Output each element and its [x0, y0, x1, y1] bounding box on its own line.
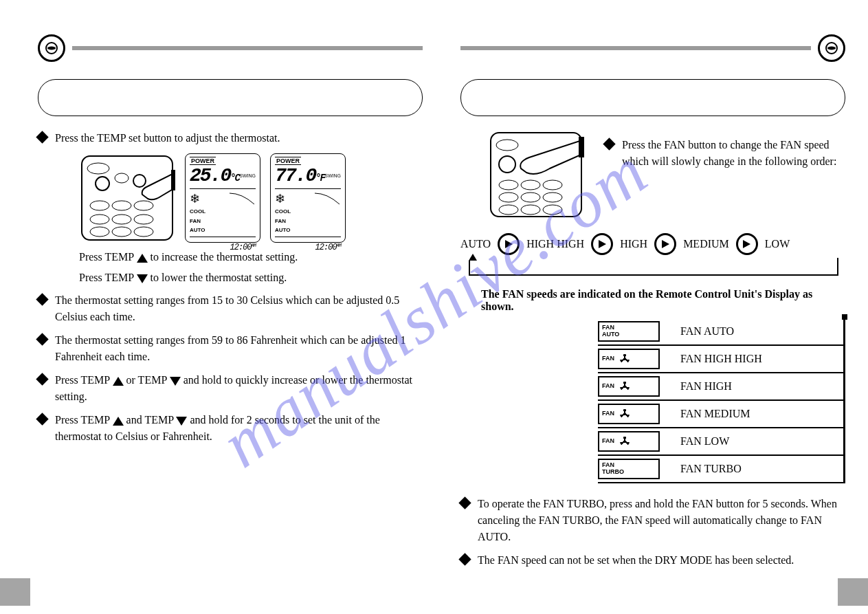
diamond-icon [458, 496, 471, 509]
svg-point-5 [115, 173, 129, 183]
temp-decrease-line: Press TEMP to lower the thermostat setti… [79, 272, 423, 284]
svg-point-30 [543, 205, 562, 215]
lcd-clock: 12:00 [315, 243, 337, 252]
triangle-up-icon [113, 377, 124, 386]
lcd-fan: FAN [190, 218, 201, 224]
triangle-down-icon [170, 377, 181, 386]
table-row: FAN FAN HIGH [598, 373, 843, 401]
fan-label: FAN HIGH [680, 380, 732, 393]
arrow-right-icon [498, 233, 520, 255]
page-header-left [38, 34, 423, 62]
bullet-fan-turbo: To operate the FAN TURBO, press and hold… [460, 496, 845, 545]
flow-loop [469, 261, 838, 276]
lcd-fan: FAN [275, 218, 286, 224]
diamond-icon [36, 293, 48, 305]
section-title-box [460, 79, 845, 116]
page-tab-right [838, 578, 868, 606]
text: and TEMP [124, 414, 177, 426]
svg-point-7 [90, 201, 109, 210]
svg-point-18 [827, 47, 836, 50]
table-end-marker [842, 314, 847, 320]
text: Press TEMP [55, 374, 113, 386]
triangle-down-icon [176, 417, 187, 426]
page-left: Press the TEMP set button to adjust the … [38, 34, 423, 452]
lcd-mode: COOL [190, 208, 205, 215]
table-row: FANAUTO FAN AUTO [598, 318, 843, 346]
lcd-power: POWER [275, 157, 301, 165]
lcd-auto: AUTO [275, 227, 291, 233]
bullet-dry-mode: The FAN speed can not be set when the DR… [460, 552, 845, 569]
table-row: FAN FAN HIGH HIGH [598, 346, 843, 373]
lcd-swing: SWING [239, 173, 256, 178]
fan-chip: FAN [598, 431, 660, 452]
fan-chip: FAN [598, 349, 660, 369]
triangle-up-icon [113, 417, 124, 426]
diamond-icon [458, 553, 471, 565]
text: The thermostat setting ranges from 15 to… [55, 292, 423, 325]
temp-increase-line: Press TEMP to increase the thermostat se… [79, 251, 423, 263]
svg-rect-16 [171, 170, 175, 190]
text: Press TEMP or TEMP and hold to quickly i… [55, 372, 423, 405]
svg-point-22 [499, 180, 518, 190]
svg-point-26 [521, 193, 540, 202]
header-logo-icon [818, 34, 845, 62]
fan-blade-icon [620, 382, 630, 391]
text: The thermostat setting ranges from 59 to… [55, 332, 423, 365]
bullet-celsius-range: The thermostat setting ranges from 15 to… [38, 292, 423, 325]
lcd-ampm: AM [337, 243, 341, 248]
snowflake-icon: ❄ [190, 193, 200, 205]
svg-point-11 [112, 215, 131, 224]
remote-illustration [488, 130, 584, 219]
text: To operate the FAN TURBO, press and hold… [478, 496, 845, 545]
arrow-right-icon [591, 233, 613, 255]
table-row: FANTURBO FAN TURBO [598, 456, 843, 483]
lcd-celsius: POWER 25.0°CSWING ❄ COOL FAN AUTO 12:00A… [185, 153, 260, 243]
svg-point-24 [543, 180, 562, 190]
lcd-unit: °F [315, 173, 324, 184]
chip-text: FAN [602, 438, 614, 445]
svg-point-20 [496, 140, 518, 151]
chip-text: FAN [602, 355, 614, 362]
text: Press TEMP [79, 272, 134, 283]
lcd-power: POWER [190, 157, 216, 165]
lcd-temp: 77.0 [275, 165, 315, 186]
svg-point-6 [133, 175, 146, 187]
fan-subheading: The FAN speeds are indicated on the Remo… [481, 288, 845, 313]
bullet-fan-intro: Press the FAN button to change the FAN s… [605, 137, 845, 170]
triangle-up-icon [137, 254, 148, 263]
bullet-quick-adjust: Press TEMP or TEMP and hold to quickly i… [38, 372, 423, 405]
fan-label: FAN AUTO [680, 325, 734, 338]
chip-text: FAN [602, 383, 614, 390]
lcd-swing: SWING [324, 173, 341, 178]
fan-label: FAN LOW [680, 435, 729, 448]
lcd-auto: AUTO [190, 227, 205, 233]
fan-intro-row: Press the FAN button to change the FAN s… [460, 130, 845, 219]
fan-chip: FAN [598, 376, 660, 397]
bullet-unit-switch: Press TEMP and TEMP and hold for 2 secon… [38, 412, 423, 445]
text: Press the FAN button to change the FAN s… [622, 137, 845, 170]
diamond-icon [603, 138, 615, 150]
text: to increase the thermostat setting. [151, 251, 298, 263]
table-row: FAN FAN LOW [598, 428, 843, 456]
header-rule [72, 46, 423, 50]
svg-point-27 [543, 193, 562, 202]
svg-point-28 [499, 205, 518, 215]
fan-blade-icon [620, 354, 630, 364]
arrow-right-icon [654, 233, 676, 255]
svg-rect-31 [579, 137, 584, 157]
table-row: FAN FAN MEDIUM [598, 401, 843, 428]
page-header-right [460, 34, 845, 62]
fan-chip: FANTURBO [598, 459, 660, 479]
fan-speed-table: FANAUTO FAN AUTO FAN FAN HIGH HIGH FAN F… [598, 318, 845, 483]
chip-text: TURBO [602, 469, 624, 476]
text: or TEMP [124, 374, 170, 386]
diamond-icon [36, 131, 48, 143]
intro-text: Press the TEMP set button to adjust the … [55, 130, 423, 146]
page-tab-left [0, 578, 30, 606]
svg-point-4 [96, 177, 109, 190]
flow-item: LOW [765, 238, 790, 250]
arrow-right-icon [736, 233, 758, 255]
svg-point-12 [134, 215, 153, 224]
text: Press TEMP [55, 414, 113, 426]
flow-item: HIGH [620, 238, 647, 250]
